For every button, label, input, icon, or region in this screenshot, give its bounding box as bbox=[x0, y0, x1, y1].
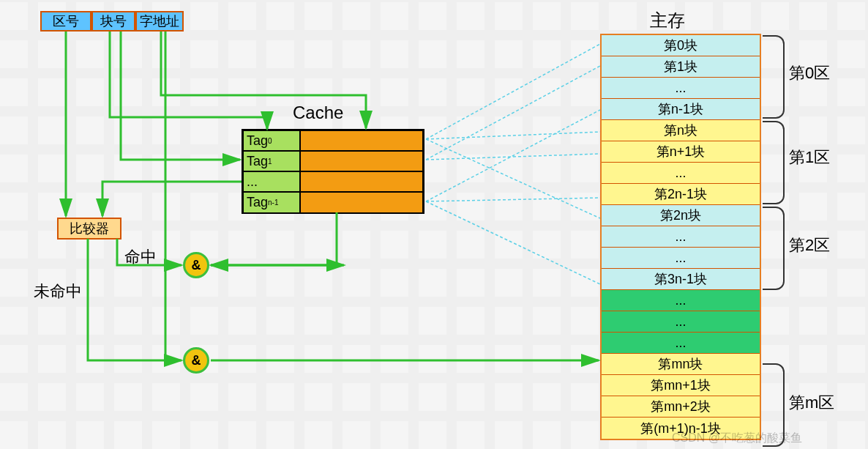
cache-data-0 bbox=[300, 130, 423, 151]
cache-tag-1: Tag1 bbox=[243, 151, 300, 171]
mem-cell: 第n+1块 bbox=[602, 141, 760, 163]
mem-cell: ... bbox=[602, 333, 760, 354]
mem-cell: ... bbox=[602, 78, 760, 99]
mem-cell: 第3n-1块 bbox=[602, 269, 760, 290]
miss-label: 未命中 bbox=[34, 281, 82, 303]
mem-cell: ... bbox=[602, 226, 760, 248]
comparator: 比较器 bbox=[57, 218, 121, 240]
mem-cell: 第n-1块 bbox=[602, 99, 760, 120]
brace-icon bbox=[763, 121, 785, 204]
cache-data-1 bbox=[300, 151, 423, 171]
addr-block-field: 块号 bbox=[91, 11, 135, 31]
mem-cell: ... bbox=[602, 248, 760, 269]
hit-label: 命中 bbox=[124, 246, 157, 268]
mem-cell: ... bbox=[602, 163, 760, 184]
cache-tag-0: Tag0 bbox=[243, 130, 300, 151]
mem-cell: 第mn+2块 bbox=[602, 396, 760, 418]
cache-data-3 bbox=[300, 192, 423, 212]
region-label-2: 第2区 bbox=[789, 234, 830, 256]
cache-tag-3: Tagn-1 bbox=[243, 192, 300, 212]
mem-cell: 第2n块 bbox=[602, 205, 760, 226]
mem-cell: 第mn块 bbox=[602, 354, 760, 375]
main-memory-label: 主存 bbox=[650, 9, 685, 32]
cache-tag-2: ... bbox=[243, 171, 300, 192]
address-fields: 区号 块号 字地址 bbox=[40, 11, 184, 31]
mem-cell: 第mn+1块 bbox=[602, 375, 760, 396]
mem-cell: 第2n-1块 bbox=[602, 184, 760, 205]
addr-region-field: 区号 bbox=[40, 11, 91, 31]
mem-cell: 第n块 bbox=[602, 120, 760, 141]
cache-table: Tag0 Tag1 ... Tagn-1 bbox=[242, 129, 424, 214]
cache-label: Cache bbox=[293, 103, 343, 123]
region-label-m: 第m区 bbox=[789, 392, 834, 414]
mem-cell: ... bbox=[602, 311, 760, 333]
mem-cell: 第1块 bbox=[602, 56, 760, 78]
and-gate-icon: & bbox=[183, 252, 209, 278]
region-label-0: 第0区 bbox=[789, 62, 830, 84]
brace-icon bbox=[763, 35, 785, 119]
cache-data-2 bbox=[300, 171, 423, 192]
watermark: CSDN @不吃葱的酸菜鱼 bbox=[672, 431, 802, 446]
mem-cell: 第0块 bbox=[602, 35, 760, 56]
main-memory: 第0块 第1块 ... 第n-1块 第n块 第n+1块 ... 第2n-1块 第… bbox=[600, 34, 761, 440]
region-label-1: 第1区 bbox=[789, 146, 830, 168]
brace-icon bbox=[763, 207, 785, 290]
addr-word-field: 字地址 bbox=[135, 11, 184, 31]
mem-cell: ... bbox=[602, 290, 760, 311]
and-gate-icon: & bbox=[183, 347, 209, 374]
